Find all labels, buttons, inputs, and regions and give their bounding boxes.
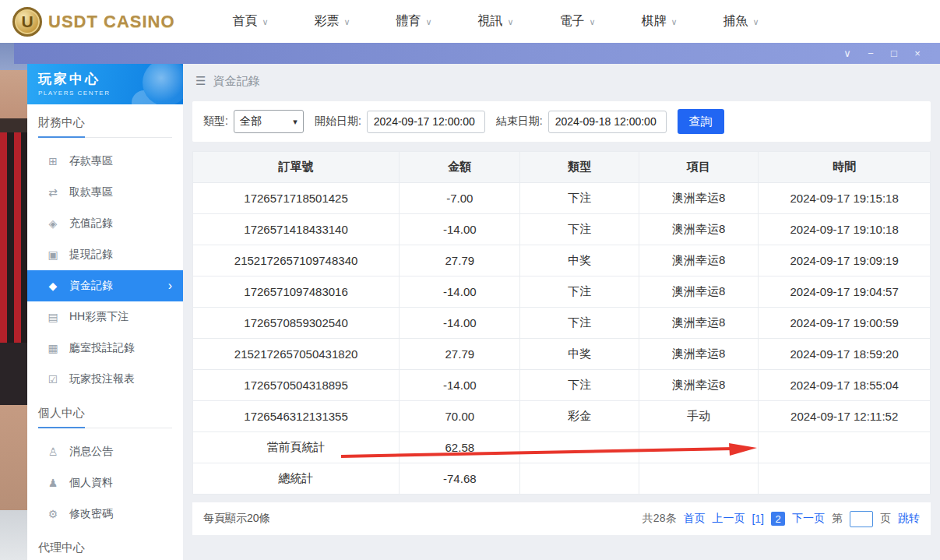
- logo-icon: U: [12, 7, 42, 37]
- sidebar-item-label: 玩家投注報表: [69, 372, 135, 386]
- table-cell: 手动: [639, 401, 758, 432]
- section-title-label: 代理中心: [38, 541, 85, 560]
- minimize-icon[interactable]: −: [859, 48, 882, 59]
- type-select[interactable]: 全部 ▾: [234, 110, 304, 133]
- search-button[interactable]: 查詢: [678, 109, 724, 134]
- sidebar-item-label: 充值記錄: [69, 217, 113, 231]
- current-page-badge: 2: [771, 512, 785, 526]
- table-cell: 2024-09-17 18:59:20: [759, 339, 931, 370]
- funds-table: 訂單號金額類型項目時間 1726571718501425-7.00下注澳洲幸运8…: [192, 151, 931, 495]
- table-cell: 1726546312131355: [193, 401, 400, 432]
- sidebar-item-deposit-area[interactable]: ⊞存款專區: [27, 146, 183, 177]
- chevron-down-icon: ∨: [343, 17, 350, 27]
- next-page-link[interactable]: 下一页: [792, 512, 825, 526]
- table-cell: [639, 432, 758, 463]
- sidebar-item-room-bet-record[interactable]: ▦廳室投註記錄: [27, 333, 183, 364]
- summary-row: 當前頁統計62.58: [193, 432, 931, 463]
- sidebar-item-label: 提現記錄: [69, 248, 113, 262]
- table-cell: 下注: [520, 214, 639, 245]
- table-cell: -14.00: [400, 214, 520, 245]
- filter-bar: 類型: 全部 ▾ 開始日期: 結束日期: 查詢: [192, 101, 931, 142]
- table-cell: 2024-09-17 19:10:18: [759, 214, 931, 245]
- section-title: 個人中心: [38, 406, 172, 428]
- background-photo: [0, 43, 27, 560]
- logo-text: USDT CASINO: [48, 12, 175, 32]
- page-jump-input[interactable]: [850, 511, 873, 527]
- nav-item-2[interactable]: 體育∨: [373, 13, 455, 30]
- page-1-link[interactable]: [1]: [752, 512, 764, 525]
- main-content: ☰ 資金記錄 類型: 全部 ▾ 開始日期: 結束日期: 查詢 訂單號金額類型項目…: [183, 64, 940, 560]
- close-icon[interactable]: ×: [906, 48, 929, 59]
- chevron-right-icon: ›: [168, 279, 172, 293]
- table-cell: 2024-09-17 12:11:52: [759, 401, 931, 432]
- table-cell: -14.00: [400, 308, 520, 339]
- jump-prefix-label: 第: [832, 512, 843, 526]
- table-cell: [759, 463, 931, 495]
- table-cell: 62.58: [400, 432, 520, 463]
- sidebar-item-announcements[interactable]: ♙消息公告: [27, 436, 183, 467]
- jump-suffix-label: 页: [880, 512, 891, 526]
- table-cell: -14.00: [400, 370, 520, 401]
- start-date-input[interactable]: [367, 111, 485, 133]
- nav-item-label: 首頁: [232, 13, 257, 30]
- nav-item-0[interactable]: 首頁∨: [209, 13, 291, 30]
- nav-item-label: 視訊: [477, 13, 502, 30]
- collapse-icon[interactable]: ∨: [836, 48, 859, 59]
- gear-icon: ⚙: [46, 508, 60, 520]
- sidebar-item-withdrawal-record[interactable]: ▣提現記錄: [27, 239, 183, 270]
- table-cell: [759, 432, 931, 463]
- end-date-label: 結束日期:: [496, 114, 543, 129]
- maximize-icon[interactable]: □: [882, 48, 906, 59]
- sidebar-item-recharge-record[interactable]: ◈充值記錄: [27, 208, 183, 239]
- sidebar-item-profile[interactable]: ♟個人資料: [27, 467, 183, 498]
- sidebar-item-hh-lottery-bet[interactable]: ▤HH彩票下注: [27, 301, 183, 333]
- table-cell: 2024-09-17 19:15:18: [759, 183, 931, 214]
- table-cell: 1726571097483016: [193, 276, 400, 308]
- background-photo-segment: [0, 70, 27, 118]
- nav-item-label: 棋牌: [641, 13, 666, 30]
- chevron-down-icon: ∨: [589, 17, 595, 27]
- table-row: 1726570859302540-14.00下注澳洲幸运82024-09-17 …: [193, 308, 931, 339]
- type-label: 類型:: [203, 114, 228, 129]
- prev-page-link[interactable]: 上一页: [712, 512, 745, 526]
- background-photo-segment: [0, 118, 27, 132]
- sidebar-item-withdraw-area[interactable]: ⇄取款專區: [27, 177, 183, 208]
- nav-item-label: 彩票: [314, 13, 339, 30]
- nav-item-5[interactable]: 棋牌∨: [618, 13, 700, 30]
- section-title-label: 財務中心: [38, 115, 85, 138]
- breadcrumb: ☰ 資金記錄: [183, 64, 940, 98]
- table-cell: -14.00: [400, 276, 520, 308]
- sidebar-item-player-bet-report[interactable]: ☑玩家投注報表: [27, 364, 183, 395]
- table-cell: 2024-09-17 19:09:19: [759, 245, 931, 276]
- table-cell: 2024-09-17 19:04:57: [759, 276, 931, 308]
- sidebar-item-label: 修改密碼: [69, 507, 113, 521]
- table-cell: 下注: [520, 370, 639, 401]
- top-nav: 首頁∨彩票∨體育∨視訊∨電子∨棋牌∨捕魚∨: [209, 13, 782, 30]
- table-cell: 澳洲幸运8: [639, 370, 758, 401]
- column-header: 金額: [400, 152, 520, 183]
- table-row: 1726570504318895-14.00下注澳洲幸运82024-09-17 …: [193, 370, 931, 401]
- sidebar-item-label: 廳室投註記錄: [69, 341, 135, 355]
- column-header: 項目: [639, 152, 758, 183]
- nav-item-6[interactable]: 捕魚∨: [700, 13, 782, 30]
- pagination: 共28条 首页 上一页 [1] 2 下一页 第 页 跳转: [635, 511, 920, 527]
- sidebar-item-label: 個人資料: [69, 476, 113, 490]
- jump-button[interactable]: 跳转: [898, 512, 920, 526]
- table-cell: 總統計: [193, 463, 400, 495]
- table-cell: 澳洲幸运8: [639, 183, 758, 214]
- nav-item-1[interactable]: 彩票∨: [291, 13, 373, 30]
- table-cell: [639, 463, 758, 495]
- nav-item-4[interactable]: 電子∨: [537, 13, 618, 30]
- table-cell: 澳洲幸运8: [639, 276, 758, 308]
- sidebar-item-change-password[interactable]: ⚙修改密碼: [27, 498, 183, 530]
- sidebar-item-label: HH彩票下注: [69, 310, 129, 324]
- end-date-input[interactable]: [548, 111, 667, 133]
- sidebar-item-funds-record[interactable]: ◆資金記錄›: [27, 270, 183, 301]
- deposit-icon: ⊞: [46, 155, 60, 167]
- first-page-link[interactable]: 首页: [683, 512, 705, 526]
- lottery-icon: ▤: [46, 311, 60, 323]
- sidebar-item-label: 消息公告: [69, 445, 113, 459]
- hamburger-menu-icon[interactable]: ☰: [195, 74, 206, 88]
- logo[interactable]: U USDT CASINO: [12, 7, 188, 37]
- nav-item-3[interactable]: 視訊∨: [455, 13, 537, 30]
